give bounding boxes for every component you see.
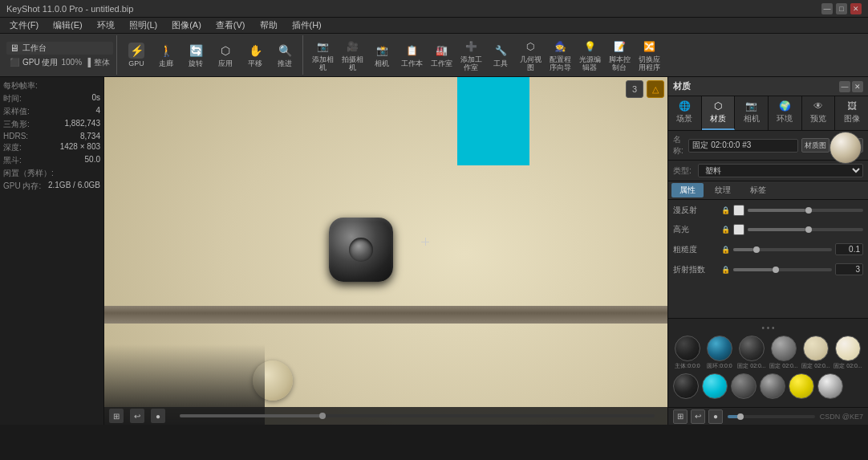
prop-roughness-lock[interactable]: 🔒 <box>720 245 730 254</box>
swatch-ring: 圆环:0:0:0 <box>705 336 734 370</box>
stat-fps: 每秒帧率: <box>3 80 100 92</box>
tb-gpu-btn[interactable]: ⚡ GPU <box>122 37 151 74</box>
tab-scene[interactable]: 🌐 场景 <box>668 96 702 130</box>
right-panel-controls: — ✕ <box>839 81 863 92</box>
prop-highlight-thumb[interactable] <box>805 226 812 233</box>
rp-close-btn[interactable]: ✕ <box>852 81 863 92</box>
swatch-ball-dark-r[interactable] <box>673 373 699 399</box>
tb-pan-btn[interactable]: ✋ 平移 <box>241 37 270 74</box>
rp-dot-btn[interactable]: ● <box>708 409 723 424</box>
tb-shot-camera-btn[interactable]: 🎥 拍摄相机 <box>338 37 367 74</box>
swatch-ball-main[interactable] <box>675 336 700 361</box>
screw-element <box>329 218 393 282</box>
rp-arrow-btn[interactable]: ↩ <box>691 409 705 424</box>
rp-progress-thumb[interactable] <box>737 413 744 420</box>
minimize-button[interactable]: — <box>821 3 833 14</box>
prop-diffuse-lock[interactable]: 🔒 <box>720 206 730 215</box>
viewport-icon-warning[interactable]: △ <box>647 80 664 98</box>
menu-plugin[interactable]: 插件(H) <box>286 18 328 33</box>
menu-help[interactable]: 帮助 <box>254 18 284 33</box>
tb-zoom-btn[interactable]: 🔍 推进 <box>270 37 299 74</box>
tb-add-camera-btn[interactable]: 📷 添加相机 <box>308 37 337 74</box>
prop-roughness-slider[interactable] <box>733 248 832 251</box>
prop-highlight-row: 高光 🔒 <box>673 224 863 235</box>
swatch-ball-yellow[interactable] <box>789 373 814 399</box>
prop-highlight-lock[interactable]: 🔒 <box>720 225 730 234</box>
swatch-ball-fixed4[interactable] <box>835 336 861 361</box>
prop-highlight-slider[interactable] <box>748 228 863 231</box>
prop-refraction-slider[interactable] <box>733 268 832 271</box>
prop-refraction-thumb[interactable] <box>773 267 779 273</box>
menu-view[interactable]: 查看(V) <box>209 18 252 33</box>
material-name-input[interactable] <box>688 139 798 153</box>
prop-highlight-swatch[interactable] <box>733 224 744 235</box>
prop-roughness-thumb[interactable] <box>753 246 760 253</box>
swatch-ball-med-gray[interactable] <box>760 373 785 399</box>
material-preview-button[interactable]: 材质图 <box>801 138 829 153</box>
tab-camera[interactable]: 📷 相机 <box>735 96 769 130</box>
prop-diffuse-slider[interactable] <box>748 209 863 212</box>
swatch-ball-fixed1[interactable] <box>739 336 765 361</box>
prop-refraction-slider-container <box>733 263 863 275</box>
tb-geo-btn[interactable]: ⬡ 几何视图 <box>516 37 545 74</box>
prop-tab-texture[interactable]: 纹理 <box>707 183 739 197</box>
gpu-usage-btn[interactable]: ⬛ GPU 使用 100% ▐ 整体 <box>6 56 113 69</box>
prop-refraction-lock[interactable]: 🔒 <box>720 265 730 275</box>
vp-grid-icon[interactable]: ⊞ <box>109 409 124 423</box>
groove-line <box>104 306 667 324</box>
tb-studio-btn[interactable]: 🏭 工作室 <box>427 37 456 74</box>
vp-arrow-icon[interactable]: ↩ <box>130 409 144 423</box>
prop-tab-attributes[interactable]: 属性 <box>671 183 704 197</box>
material-swatches: • • • 主体:0:0:0 圆环:0:0:0 固定 02:0... 固定 0 <box>668 318 868 407</box>
material-type-select[interactable]: 塑料 <box>698 164 863 177</box>
title-text: KeyShot 11.0.0 Pro - untitled.bip <box>6 4 133 14</box>
swatch-ball-silver[interactable] <box>817 373 843 399</box>
tb-corridor-btn[interactable]: 🚶 走廊 <box>152 37 180 74</box>
tab-environment[interactable]: 🌍 环境 <box>769 96 802 130</box>
tb-light-editor-btn[interactable]: 💡 光源编辑器 <box>575 37 604 74</box>
menu-file[interactable]: 文件(F) <box>3 18 45 33</box>
prop-roughness-value[interactable] <box>835 243 863 255</box>
prop-tab-label[interactable]: 标签 <box>742 183 774 197</box>
tb-switch-app-btn[interactable]: 🔀 切换应用程序 <box>635 37 663 74</box>
toolbar-group-mode: 🖥 工作台 ⬛ GPU 使用 100% ▐ 整体 <box>3 35 117 75</box>
tb-tools-btn[interactable]: 🔧 工具 <box>486 37 515 74</box>
tb-workbook-btn[interactable]: 📋 工作本 <box>397 37 426 74</box>
tab-preview-label: 预览 <box>810 113 826 124</box>
tab-preview[interactable]: 👁 预览 <box>802 96 836 130</box>
menu-light[interactable]: 照明(L) <box>123 18 164 33</box>
swatch-ball-ring[interactable] <box>707 336 732 361</box>
tab-image[interactable]: 🖼 图像 <box>835 96 868 130</box>
tb-rotate-btn[interactable]: 🔄 旋转 <box>181 37 210 74</box>
material-sphere-preview <box>829 132 862 164</box>
right-panel: 材质 — ✕ 🌐 场景 ⬡ 材质 📷 相机 🌍 环境 <box>667 77 868 425</box>
workbench-btn[interactable]: 🖥 工作台 <box>6 42 113 55</box>
menu-edit[interactable]: 编辑(E) <box>47 18 89 33</box>
viewport[interactable]: 3 △ ⊞ ↩ ● <box>104 77 667 425</box>
tb-script-btn[interactable]: 📝 脚本控制台 <box>605 37 634 74</box>
menu-image[interactable]: 图像(A) <box>165 18 208 33</box>
tb-camera-btn[interactable]: 📸 相机 <box>367 37 396 74</box>
swatch-ball-dark-gray[interactable] <box>731 373 756 399</box>
tab-material[interactable]: ⬡ 材质 <box>702 96 736 130</box>
viewport-icon-3d[interactable]: 3 <box>626 80 643 98</box>
vp-progress-thumb[interactable] <box>319 413 326 419</box>
tb-wizard-btn[interactable]: 🧙 配置程序向导 <box>546 37 574 74</box>
close-button[interactable]: ✕ <box>850 3 862 14</box>
prop-refraction-value[interactable] <box>835 263 863 275</box>
swatch-ball-fixed3[interactable] <box>803 336 829 361</box>
tb-apply-btn[interactable]: ⬡ 应用 <box>211 37 240 74</box>
swatch-ball-fixed2[interactable] <box>771 336 797 361</box>
prop-diffuse-thumb[interactable] <box>805 207 812 214</box>
tb-add-studio-btn[interactable]: ➕ 添加工作室 <box>456 37 485 74</box>
menu-env[interactable]: 环境 <box>91 18 121 33</box>
swatch-ball-cyan[interactable] <box>702 373 728 399</box>
prop-diffuse-swatch[interactable] <box>733 205 744 216</box>
rp-minimize-btn[interactable]: — <box>839 81 850 92</box>
maximize-button[interactable]: □ <box>836 3 847 14</box>
vp-dot-icon[interactable]: ● <box>151 409 165 423</box>
rp-grid-btn[interactable]: ⊞ <box>673 409 688 424</box>
material-name-label: 名称: <box>673 134 685 157</box>
stat-triangles: 三角形: 1,882,743 <box>3 119 100 130</box>
toolbar-group-camera-modes: ⚡ GPU 🚶 走廊 🔄 旋转 ⬡ 应用 ✋ 平移 🔍 推进 <box>119 35 303 75</box>
